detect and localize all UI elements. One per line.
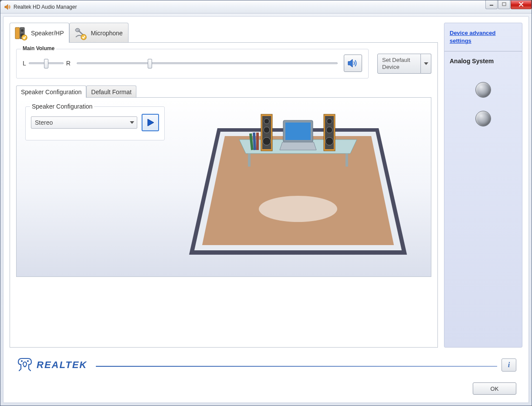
close-button[interactable] [511,0,532,9]
svg-point-12 [259,196,337,222]
analog-system-title: Analog System [450,58,517,65]
svg-rect-2 [15,27,20,39]
maximize-button[interactable] [498,0,510,9]
chevron-down-icon [424,62,428,65]
svg-point-4 [21,29,24,32]
svg-rect-27 [285,123,311,140]
tab-speaker-configuration[interactable]: Speaker Configuration [16,85,86,98]
app-window: Realtek HD Audio Manager [0,0,532,406]
tab-microphone-label: Microphone [91,30,122,37]
svg-rect-14 [248,154,251,167]
tab-default-format-label: Default Format [91,89,132,96]
tab-default-format[interactable]: Default Format [86,85,136,98]
balance-thumb[interactable] [44,59,48,68]
speaker-config-select[interactable]: Stereo [31,116,137,129]
speaker-config-panel: Speaker Configuration Stereo [16,97,431,277]
volume-thumb[interactable] [148,59,152,68]
info-button[interactable]: i [502,358,516,372]
realtek-logo-icon [16,357,33,373]
titlebar: Realtek HD Audio Manager [0,0,532,14]
tab-microphone[interactable]: Microphone [69,23,128,43]
svg-marker-28 [280,142,316,150]
svg-point-32 [21,360,23,362]
main-volume-group: Main Volume L R [16,49,369,78]
default-device-button[interactable]: Set Default Device [377,54,431,74]
test-play-button[interactable] [142,114,159,131]
svg-point-19 [264,127,270,133]
sidebar-divider [444,51,522,51]
svg-point-8 [81,34,86,40]
ok-button[interactable]: OK [473,382,516,395]
brand: REALTEK [16,357,87,373]
balance-control: L R [23,60,71,67]
svg-point-6 [22,35,27,40]
tab-speaker[interactable]: Speaker/HP [10,23,69,43]
svg-point-20 [263,137,271,145]
minimize-button[interactable] [485,0,498,9]
play-icon [146,118,155,127]
chevron-down-icon [130,121,134,124]
brand-divider-line [96,366,497,367]
config-tabs: Speaker Configuration Default Format [16,85,431,98]
svg-point-18 [264,119,269,124]
microphone-icon [73,26,88,41]
main-panel: Main Volume L R [10,42,438,348]
svg-rect-0 [490,5,493,6]
app-icon [4,3,11,10]
speaker-icon [14,26,28,41]
jack-port-2[interactable] [475,111,491,126]
tab-speaker-configuration-label: Speaker Configuration [21,89,81,96]
room-illustration [173,106,422,268]
main-volume-legend: Main Volume [21,45,56,51]
balance-right-label: R [66,60,71,67]
svg-point-25 [325,137,333,145]
content-area: Speaker/HP Microphone [3,16,529,403]
speaker-config-value: Stereo [35,119,53,126]
speaker-config-box: Speaker Configuration Stereo [25,106,165,140]
svg-rect-15 [346,154,348,167]
mute-button[interactable] [344,55,362,72]
window-title: Realtek HD Audio Manager [14,4,485,10]
device-tabs: Speaker/HP Microphone [10,23,438,43]
svg-point-33 [27,360,29,362]
svg-point-24 [326,127,332,133]
volume-slider[interactable] [77,62,338,64]
balance-slider[interactable] [29,62,64,64]
svg-point-23 [327,119,332,124]
jack-indicators [450,82,517,126]
device-advanced-settings-link[interactable]: Device advanced settings [450,29,517,45]
default-device-label: Set Default Device [377,54,421,74]
sound-icon [347,58,359,68]
svg-rect-31 [256,133,259,150]
window-controls [485,0,532,9]
balance-left-label: L [23,60,26,67]
footer: REALTEK i [10,348,522,382]
jack-port-1[interactable] [475,82,491,98]
svg-rect-1 [502,3,506,6]
right-sidebar: Device advanced settings Analog System [444,23,522,348]
speaker-config-legend: Speaker Configuration [30,103,94,110]
brand-name: REALTEK [37,359,87,371]
default-device-dropdown[interactable] [421,54,431,74]
tab-speaker-label: Speaker/HP [31,30,64,37]
